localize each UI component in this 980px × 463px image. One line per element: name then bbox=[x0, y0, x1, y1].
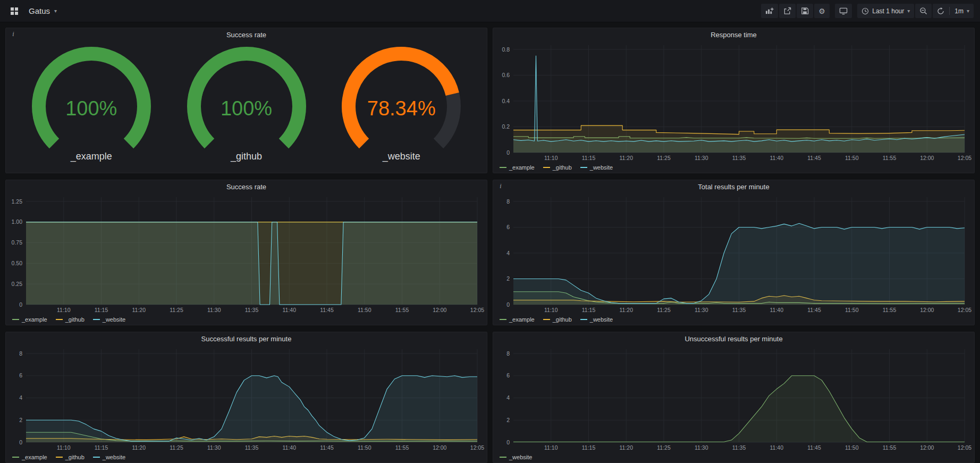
svg-text:0: 0 bbox=[19, 301, 22, 308]
svg-text:12:05: 12:05 bbox=[470, 307, 484, 313]
zoom-out-icon bbox=[919, 7, 927, 15]
svg-text:11:15: 11:15 bbox=[95, 307, 108, 313]
gauges-row: 100% _example 100% _github 78.34% _websi… bbox=[6, 42, 487, 173]
total-results-chart[interactable]: 0246811:1011:1511:2011:2511:3011:3511:40… bbox=[493, 194, 974, 314]
gauge-label: _website bbox=[332, 151, 471, 162]
legend-item-_github[interactable]: _github bbox=[56, 454, 85, 460]
info-icon[interactable]: i bbox=[497, 182, 504, 191]
time-range-picker-button[interactable]: Last 1 hour ▾ bbox=[857, 4, 914, 18]
legend-item-_website[interactable]: _website bbox=[93, 316, 125, 323]
legend-color-dash bbox=[500, 167, 506, 168]
gauge-label: _example bbox=[22, 151, 161, 162]
svg-text:8: 8 bbox=[506, 350, 510, 357]
gauge-value: 100% bbox=[22, 97, 161, 120]
svg-text:11:40: 11:40 bbox=[770, 307, 784, 313]
refresh-interval-label: 1m bbox=[954, 7, 964, 15]
time-range-label: Last 1 hour bbox=[872, 7, 904, 15]
legend-item-_example[interactable]: _example bbox=[500, 164, 535, 171]
svg-text:0.4: 0.4 bbox=[502, 98, 510, 104]
legend-item-_website[interactable]: _website bbox=[93, 454, 125, 460]
svg-text:11:30: 11:30 bbox=[207, 307, 221, 313]
legend-item-_github[interactable]: _github bbox=[56, 316, 85, 323]
legend-item-_website[interactable]: _website bbox=[500, 454, 532, 460]
dashboard-grid: i Success rate 100% _example 100% _githu… bbox=[0, 22, 980, 463]
cycle-view-mode-button[interactable] bbox=[835, 4, 852, 18]
svg-text:11:20: 11:20 bbox=[620, 444, 633, 451]
success-rate-chart[interactable]: 00.250.500.751.001.2511:1011:1511:2011:2… bbox=[6, 194, 487, 314]
svg-text:12:05: 12:05 bbox=[958, 444, 971, 451]
successful-results-chart[interactable]: 0246811:1011:1511:2011:2511:3011:3511:40… bbox=[6, 346, 487, 452]
svg-text:11:20: 11:20 bbox=[132, 444, 146, 451]
svg-text:11:40: 11:40 bbox=[770, 444, 784, 451]
grafana-menu-button[interactable] bbox=[6, 3, 22, 19]
svg-text:11:35: 11:35 bbox=[732, 444, 746, 451]
svg-text:11:25: 11:25 bbox=[170, 444, 183, 451]
gauge-github: 100% _github bbox=[177, 46, 316, 162]
svg-text:0: 0 bbox=[506, 149, 510, 156]
svg-text:0: 0 bbox=[19, 439, 22, 445]
add-panel-button[interactable] bbox=[761, 4, 778, 18]
chart-svg[interactable]: 00.250.500.751.001.2511:1011:1511:2011:2… bbox=[6, 194, 487, 314]
svg-text:11:50: 11:50 bbox=[358, 444, 371, 451]
svg-text:6: 6 bbox=[506, 372, 510, 378]
chart-svg[interactable]: 0246811:1011:1511:2011:2511:3011:3511:40… bbox=[6, 346, 487, 452]
svg-text:4: 4 bbox=[506, 394, 510, 401]
dashboard-settings-button[interactable]: ⚙ bbox=[814, 4, 830, 18]
svg-text:0.50: 0.50 bbox=[12, 260, 23, 266]
panel-title[interactable]: Unsuccessful results per minute bbox=[493, 332, 974, 346]
svg-text:11:10: 11:10 bbox=[544, 307, 558, 313]
legend-item-_example[interactable]: _example bbox=[12, 454, 47, 460]
legend-item-_github[interactable]: _github bbox=[543, 316, 572, 323]
panel-title[interactable]: Successful results per minute bbox=[6, 332, 487, 346]
svg-text:0.8: 0.8 bbox=[502, 46, 510, 53]
legend-item-_website[interactable]: _website bbox=[580, 316, 613, 323]
chart-svg[interactable]: 00.20.40.60.811:1011:1511:2011:2511:3011… bbox=[493, 42, 974, 162]
panel-success-rate-gauges: i Success rate 100% _example 100% _githu… bbox=[5, 28, 487, 173]
panel-title[interactable]: Success rate bbox=[6, 180, 487, 194]
navbar: Gatus ▾ bbox=[0, 0, 980, 22]
svg-text:11:35: 11:35 bbox=[732, 307, 746, 313]
info-icon[interactable]: i bbox=[10, 30, 17, 39]
legend-item-_example[interactable]: _example bbox=[500, 316, 535, 323]
svg-text:11:25: 11:25 bbox=[657, 444, 671, 451]
share-dashboard-button[interactable] bbox=[779, 4, 796, 18]
svg-text:11:30: 11:30 bbox=[695, 307, 708, 313]
save-dashboard-button[interactable] bbox=[797, 4, 813, 18]
gauge-value: 78.34% bbox=[332, 97, 471, 120]
svg-text:6: 6 bbox=[506, 224, 510, 230]
refresh-button[interactable]: 1m ▾ bbox=[933, 4, 974, 18]
panel-title[interactable]: Success rate bbox=[6, 28, 487, 42]
panel-title[interactable]: Total results per minute bbox=[493, 180, 974, 194]
unsuccessful-results-chart[interactable]: 0246811:1011:1511:2011:2511:3011:3511:40… bbox=[493, 346, 974, 452]
panel-title[interactable]: Response time bbox=[493, 28, 974, 42]
legend: _example_github_website bbox=[6, 314, 487, 325]
svg-text:2: 2 bbox=[506, 417, 510, 423]
svg-text:11:40: 11:40 bbox=[770, 155, 784, 161]
chart-svg[interactable]: 0246811:1011:1511:2011:2511:3011:3511:40… bbox=[493, 346, 974, 452]
panel-unsuccessful-results: Unsuccessful results per minute 0246811:… bbox=[493, 332, 975, 463]
svg-text:2: 2 bbox=[19, 417, 22, 423]
svg-text:12:05: 12:05 bbox=[958, 155, 971, 161]
svg-text:11:45: 11:45 bbox=[320, 444, 334, 451]
chevron-down-icon: ▾ bbox=[967, 9, 969, 14]
legend-item-_website[interactable]: _website bbox=[580, 164, 613, 171]
svg-text:12:05: 12:05 bbox=[958, 307, 971, 313]
dashboard-title[interactable]: Gatus ▾ bbox=[29, 6, 57, 15]
svg-text:8: 8 bbox=[19, 350, 22, 357]
legend-color-dash bbox=[543, 167, 550, 168]
legend-color-dash bbox=[56, 319, 63, 320]
svg-text:11:35: 11:35 bbox=[732, 155, 746, 161]
svg-text:11:50: 11:50 bbox=[358, 307, 371, 313]
svg-text:11:45: 11:45 bbox=[807, 155, 821, 161]
chart-svg[interactable]: 0246811:1011:1511:2011:2511:3011:3511:40… bbox=[493, 194, 974, 314]
panel-total-results: i Total results per minute 0246811:1011:… bbox=[493, 180, 975, 325]
svg-text:12:00: 12:00 bbox=[433, 307, 446, 313]
svg-text:11:40: 11:40 bbox=[283, 444, 297, 451]
legend-item-_github[interactable]: _github bbox=[543, 164, 572, 171]
gauge-value: 100% bbox=[177, 97, 316, 120]
response-time-chart[interactable]: 00.20.40.60.811:1011:1511:2011:2511:3011… bbox=[493, 42, 974, 162]
svg-text:0: 0 bbox=[506, 301, 510, 308]
svg-text:11:30: 11:30 bbox=[695, 444, 708, 451]
legend-item-_example[interactable]: _example bbox=[12, 316, 47, 323]
zoom-out-time-button[interactable] bbox=[915, 4, 932, 18]
